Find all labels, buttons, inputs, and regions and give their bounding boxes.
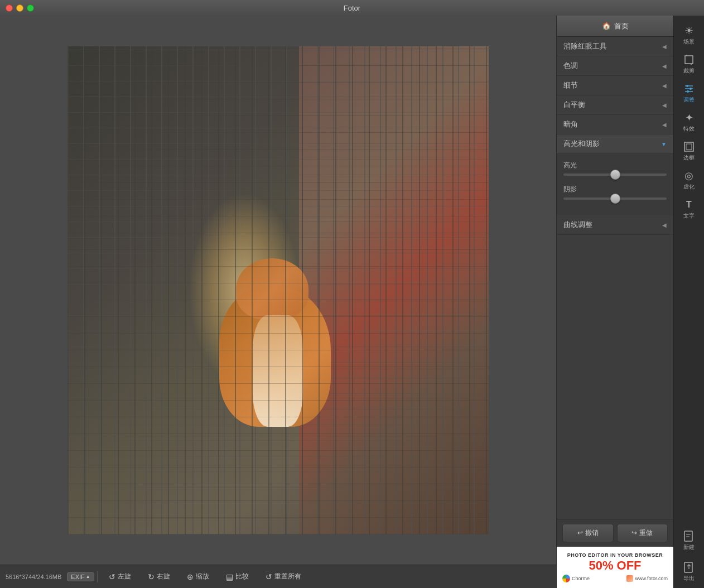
tool-red-eye-arrow: ◀ (662, 44, 667, 50)
titlebar: Fotor (0, 0, 704, 16)
redo-icon: ↪ (631, 529, 637, 537)
ad-chrome-section: Chorme (562, 575, 590, 582)
sidebar-item-blur[interactable]: ◎ 虚化 (676, 166, 702, 194)
main-layout: 5616*3744/24.16MB EXIF ▲ ↺ 左旋 ↻ 右旋 ⊕ 缩放 … (0, 16, 704, 588)
home-label: 首页 (614, 21, 629, 31)
reset-button[interactable]: ↺ 重置所有 (257, 570, 310, 584)
redo-button[interactable]: ↪ 重做 (617, 524, 668, 542)
tool-color-tone[interactable]: 色调 ◀ (557, 56, 673, 76)
crop-icon (683, 54, 695, 66)
tool-white-balance[interactable]: 白平衡 ◀ (557, 95, 673, 115)
svg-point-3 (686, 85, 688, 87)
ad-title: PHOTO EDITOR IN YOUR BROWSER (562, 552, 668, 558)
chrome-label: Chorme (572, 576, 590, 581)
right-panel: 🏠 首页 消除红眼工具 ◀ 色调 ◀ 细节 ◀ 白平衡 ◀ (556, 16, 673, 588)
tool-vignette-label: 暗角 (563, 119, 578, 129)
undo-label: 撤销 (585, 528, 599, 538)
rotate-left-button[interactable]: ↺ 左旋 (100, 570, 139, 584)
tool-curves-arrow: ◀ (662, 222, 667, 228)
svg-rect-9 (684, 562, 692, 572)
divider-1 (97, 571, 98, 582)
svg-rect-8 (684, 531, 692, 541)
shadow-thumb[interactable] (610, 194, 620, 204)
crop-label: 裁剪 (683, 67, 695, 75)
rotate-right-icon: ↻ (148, 572, 155, 581)
zoom-button[interactable]: ⊕ 缩放 (179, 570, 218, 584)
tool-vignette-arrow: ◀ (662, 122, 667, 128)
tool-detail[interactable]: 细节 ◀ (557, 76, 673, 95)
redo-label: 重做 (639, 528, 653, 538)
compare-button[interactable]: ▤ 比较 (218, 570, 257, 584)
action-buttons: ↩ 撤销 ↪ 重做 (557, 519, 673, 547)
highlight-thumb[interactable] (610, 170, 620, 180)
tool-vignette[interactable]: 暗角 ◀ (557, 115, 673, 134)
compare-icon: ▤ (226, 572, 233, 581)
home-button[interactable]: 🏠 首页 (557, 16, 673, 37)
undo-button[interactable]: ↩ 撤销 (562, 524, 614, 542)
rotate-left-label: 左旋 (118, 572, 131, 581)
app-title: Fotor (344, 4, 360, 12)
sidebar-item-new[interactable]: 新建 (676, 527, 702, 555)
sidebar-item-adjust[interactable]: 调整 (676, 79, 702, 107)
fotor-icon (626, 575, 633, 582)
scene-label: 场景 (683, 38, 695, 46)
photo-image (67, 46, 489, 534)
photo-container (0, 16, 556, 565)
export-label: 导出 (683, 575, 695, 582)
tool-highlight-shadow-label: 高光和阴影 (563, 139, 600, 149)
tool-curves-label: 曲线调整 (563, 220, 592, 230)
file-info: 5616*3744/24.16MB (6, 573, 61, 580)
border-icon (683, 141, 695, 153)
file-dimensions: 5616*3744/24.16MB (6, 573, 61, 580)
reset-icon: ↺ (266, 572, 272, 581)
chrome-icon (562, 575, 570, 582)
effects-label: 特效 (683, 125, 695, 133)
tool-color-tone-label: 色调 (563, 61, 578, 71)
sidebar-item-export[interactable]: 导出 (676, 558, 702, 586)
svg-rect-0 (685, 56, 693, 64)
window-controls (6, 4, 34, 12)
tool-red-eye-label: 消除红眼工具 (563, 41, 607, 51)
cage-overlay (67, 46, 489, 534)
tool-detail-arrow: ◀ (662, 83, 667, 89)
home-icon: 🏠 (602, 22, 611, 30)
bottom-toolbar: 5616*3744/24.16MB EXIF ▲ ↺ 左旋 ↻ 右旋 ⊕ 缩放 … (0, 565, 556, 588)
tool-detail-label: 细节 (563, 80, 578, 90)
maximize-button[interactable] (27, 4, 34, 12)
highlight-track[interactable] (563, 173, 667, 176)
close-button[interactable] (6, 4, 13, 12)
tool-white-balance-label: 白平衡 (563, 100, 585, 110)
fotor-link[interactable]: www.fotor.com (626, 575, 668, 582)
rotate-right-label: 右旋 (157, 572, 170, 581)
svg-rect-7 (686, 144, 692, 150)
fotor-website: www.fotor.com (635, 576, 668, 581)
minimize-button[interactable] (16, 4, 23, 12)
blur-label: 虚化 (683, 183, 695, 191)
tool-curves[interactable]: 曲线调整 ◀ (557, 215, 673, 235)
reset-label: 重置所有 (274, 572, 301, 581)
sidebar-item-text[interactable]: T 文字 (676, 195, 702, 223)
shadow-label: 阴影 (563, 185, 667, 194)
shadow-slider-group: 阴影 (563, 185, 667, 200)
tool-white-balance-arrow: ◀ (662, 102, 667, 108)
zoom-icon: ⊕ (187, 572, 194, 581)
tool-highlight-shadow[interactable]: 高光和阴影 ▼ (557, 134, 673, 154)
shadow-track[interactable] (563, 197, 667, 200)
tool-red-eye[interactable]: 消除红眼工具 ◀ (557, 37, 673, 56)
rotate-right-button[interactable]: ↻ 右旋 (139, 570, 179, 584)
exif-button[interactable]: EXIF ▲ (67, 572, 94, 581)
svg-rect-6 (684, 142, 693, 151)
ad-discount: 50% OFF (562, 559, 668, 572)
tools-list: 消除红眼工具 ◀ 色调 ◀ 细节 ◀ 白平衡 ◀ 暗角 ◀ (557, 37, 673, 519)
tool-highlight-shadow-arrow: ▼ (661, 141, 667, 147)
sidebar-item-effects[interactable]: ✦ 特效 (676, 108, 702, 136)
sidebar-item-scene[interactable]: ☀ 场景 (676, 21, 702, 49)
sidebar-icons: ☀ 场景 裁剪 (673, 16, 704, 588)
adjust-label: 调整 (683, 96, 695, 104)
ad-banner[interactable]: PHOTO EDITOR IN YOUR BROWSER 50% OFF Cho… (557, 547, 673, 588)
sidebar-item-crop[interactable]: 裁剪 (676, 50, 702, 78)
text-icon: T (683, 199, 695, 211)
effects-icon: ✦ (683, 112, 695, 124)
sidebar-item-border[interactable]: 边框 (676, 137, 702, 165)
text-label: 文字 (683, 212, 695, 220)
